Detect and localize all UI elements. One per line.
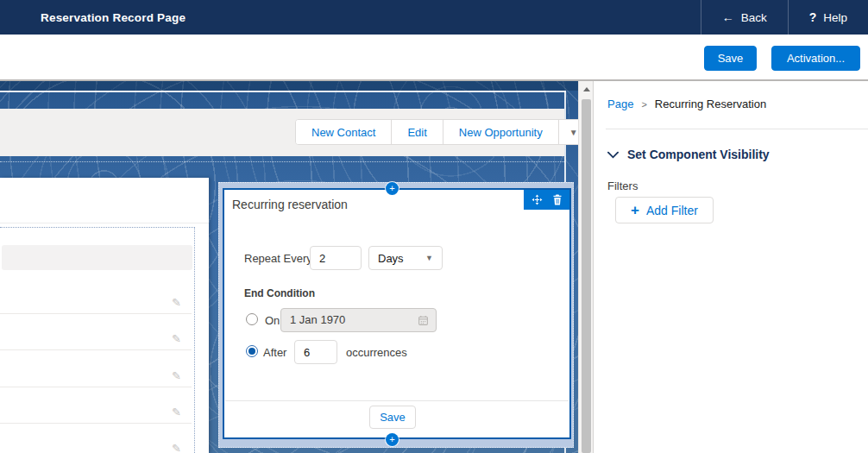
scroll-up-button[interactable] [579, 81, 594, 98]
edit-pencil-icon[interactable]: ✎ [172, 332, 181, 345]
detail-field-row: ✎ [0, 387, 192, 424]
end-date-value: 1 Jan 1970 [290, 313, 345, 326]
help-icon: ? [809, 10, 817, 24]
page-top-border [0, 91, 566, 92]
plus-icon: + [631, 203, 639, 217]
occurrences-label: occurrences [346, 346, 407, 359]
edit-pencil-icon[interactable]: ✎ [172, 369, 181, 382]
component-body: Repeat Every Days ▼ End Condition On 1 J… [224, 190, 569, 437]
record-detail-component[interactable]: ✎ ✎ ✎ ✎ ✎ [0, 178, 209, 453]
breadcrumb-current: Recurring Reservation [655, 98, 766, 110]
back-button[interactable]: ← Back [701, 0, 788, 35]
component-footer-divider [225, 400, 569, 401]
scrollbar-thumb[interactable] [582, 99, 591, 453]
frequency-value: Days [378, 252, 404, 265]
detail-field-row: ✎ [0, 424, 192, 453]
add-component-button-bottom[interactable]: + [386, 433, 399, 446]
edit-pencil-icon[interactable]: ✎ [172, 406, 181, 418]
end-after-radio[interactable] [246, 345, 258, 357]
canvas-top-shade [0, 81, 578, 91]
chevron-down-icon: ▼ [425, 254, 433, 262]
occurrences-input[interactable] [294, 340, 337, 364]
end-on-radio[interactable] [246, 313, 258, 325]
recurring-reservation-component[interactable]: Recurring reservation Repeat Every Days … [223, 188, 571, 439]
edit-pencil-icon[interactable]: ✎ [172, 296, 181, 309]
back-label: Back [741, 11, 767, 24]
highlights-panel[interactable]: New Contact Edit New Opportunity ▼ [0, 109, 564, 156]
help-label: Help [823, 11, 847, 24]
more-actions-dropdown-button[interactable]: ▼ [559, 120, 578, 144]
chevron-down-icon: ▼ [569, 128, 578, 137]
detail-field-row: ✎ [0, 350, 192, 387]
repeat-every-label: Repeat Every [244, 252, 312, 265]
back-arrow-icon: ← [722, 10, 734, 24]
filters-label: Filters [607, 179, 638, 192]
detail-header-divider [0, 223, 209, 223]
page-title: Reservation Record Page [41, 11, 186, 24]
after-label: After [263, 346, 286, 359]
activation-button[interactable]: Activation... [771, 46, 860, 71]
on-label: On [265, 314, 280, 327]
edit-button[interactable]: Edit [392, 120, 443, 144]
add-filter-label: Add Filter [646, 204, 698, 217]
builder-toolbar: Save Activation... [0, 35, 868, 81]
canvas: New Contact Edit New Opportunity ▼ ✎ ✎ ✎… [0, 81, 578, 453]
section-header-bar [2, 245, 192, 270]
scroll-up-icon [583, 87, 590, 91]
properties-panel: Page > Recurring Reservation Set Compone… [593, 81, 868, 453]
breadcrumb-page-link[interactable]: Page [607, 98, 633, 110]
save-button[interactable]: Save [704, 46, 757, 71]
edit-pencil-icon[interactable]: ✎ [172, 442, 181, 453]
end-condition-label: End Condition [244, 287, 315, 299]
detail-field-row: ✎ [0, 314, 192, 350]
canvas-scrollbar[interactable] [578, 81, 593, 453]
header-actions: ← Back ? Help [701, 0, 868, 35]
new-contact-button[interactable]: New Contact [296, 120, 392, 144]
detail-dropzone: ✎ ✎ ✎ ✎ ✎ [0, 227, 195, 453]
dropzone-divider [0, 161, 564, 162]
calendar-icon [418, 315, 429, 326]
record-action-group: New Contact Edit New Opportunity ▼ [295, 119, 578, 145]
panel-divider [606, 129, 868, 129]
visibility-section-title: Set Component Visibility [627, 148, 770, 161]
chevron-down-icon [607, 151, 619, 159]
detail-field-list: ✎ ✎ ✎ ✎ ✎ [0, 271, 192, 453]
add-component-button-top[interactable]: + [386, 182, 399, 195]
end-date-input[interactable]: 1 Jan 1970 [280, 308, 437, 332]
add-filter-button[interactable]: + Add Filter [615, 197, 714, 223]
frequency-select[interactable]: Days ▼ [368, 246, 443, 270]
visibility-section-toggle[interactable]: Set Component Visibility [607, 148, 770, 161]
repeat-every-input[interactable] [310, 246, 362, 270]
component-save-button[interactable]: Save [369, 406, 416, 429]
breadcrumb: Page > Recurring Reservation [607, 98, 766, 110]
detail-field-row: ✎ [0, 271, 192, 314]
help-button[interactable]: ? Help [788, 0, 868, 35]
new-opportunity-button[interactable]: New Opportunity [443, 120, 559, 144]
app-header: Reservation Record Page ← Back ? Help [0, 0, 868, 35]
lightning-app-builder: Reservation Record Page ← Back ? Help Sa… [0, 0, 868, 453]
breadcrumb-separator: > [641, 99, 646, 110]
